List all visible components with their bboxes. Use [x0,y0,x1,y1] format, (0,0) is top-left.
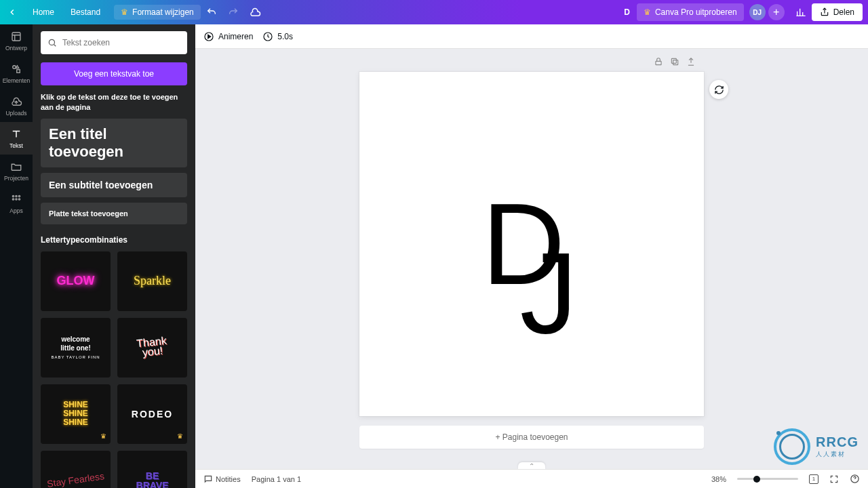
rail-projects[interactable]: Projecten [0,155,33,187]
canvas-stage[interactable]: D J + Pagina toevoegen ⌃ [195,49,868,469]
watermark: RRCG 人人素材 [774,428,859,465]
panel-hint: Klik op de tekst om deze toe te voegen a… [41,92,187,113]
notes-button[interactable]: Notities [203,474,241,484]
animate-button[interactable]: Animeren [203,31,253,42]
svg-point-7 [16,198,17,199]
combo-thankyou[interactable]: Thankyou! [117,318,187,378]
zoom-value: 38% [711,475,726,483]
rail-design[interactable]: Ontwerp [0,24,33,57]
doc-initial: D [624,7,630,17]
notes-icon [203,474,213,484]
add-title-button[interactable]: Een titel toevoegen [41,119,187,167]
page-tray-handle[interactable]: ⌃ [518,462,545,469]
back-button[interactable] [0,7,24,17]
svg-rect-13 [673,60,678,65]
duration-button[interactable]: 5.0s [262,31,293,42]
add-subtitle-button[interactable]: Een subtitel toevoegen [41,173,187,197]
grid-view-button[interactable]: 1 [809,474,818,484]
rail-elements[interactable]: Elementen [0,57,33,89]
insights-button[interactable] [790,0,812,24]
footer-bar: Notities Pagina 1 van 1 38% 1 [195,469,868,488]
add-body-button[interactable]: Platte tekst toevoegen [41,203,187,224]
combo-rodeo[interactable]: RODEO♛ [117,384,187,444]
canvas-page[interactable]: D J [359,72,704,416]
svg-rect-14 [671,58,676,63]
pro-badge-icon: ♛ [100,432,106,440]
page-tools [654,57,696,66]
combo-sparkle[interactable]: Sparkle [117,251,187,311]
home-button[interactable]: Home [24,0,62,24]
page-indicator: Pagina 1 van 1 [252,475,301,483]
zoom-slider[interactable] [737,478,798,480]
search-icon [47,38,57,47]
lock-icon[interactable] [654,57,663,66]
svg-rect-12 [656,61,661,64]
undo-button[interactable] [201,0,222,24]
combo-fearless[interactable]: Stay Fearless [41,451,111,488]
zoom-knob[interactable] [753,476,760,483]
help-button[interactable] [850,474,860,484]
top-bar: Home Bestand ♛ Formaat wijzigen D ♛ Canv… [0,0,868,24]
fullscreen-button[interactable] [829,474,839,484]
resize-button[interactable]: ♛ Formaat wijzigen [114,5,201,20]
pro-badge-icon: ♛ [177,432,183,440]
context-toolbar: Animeren 5.0s [195,24,868,49]
svg-point-3 [12,195,14,197]
svg-rect-2 [17,69,20,73]
crown-icon: ♛ [644,7,651,17]
file-menu[interactable]: Bestand [62,0,108,24]
try-pro-label: Canva Pro uitproberen [655,7,737,17]
crown-icon: ♛ [121,7,128,17]
rail-text[interactable]: Tekst [0,122,33,155]
add-textbox-button[interactable]: Voeg een tekstvak toe [41,62,187,85]
logo-graphic[interactable]: D J [490,186,574,302]
search-input[interactable] [62,38,180,47]
left-rail: Ontwerp Elementen Uploads Tekst Projecte… [0,24,33,488]
share-label: Delen [833,7,854,17]
try-pro-button[interactable]: ♛ Canva Pro uitproberen [637,3,744,21]
logo-letter-j: J [520,235,578,350]
search-box[interactable] [41,31,187,54]
rail-apps[interactable]: Apps [0,187,33,220]
regenerate-button[interactable] [709,80,728,99]
duplicate-icon[interactable] [670,57,679,66]
upload-page-icon[interactable] [686,57,696,66]
clock-icon [262,31,273,42]
combo-welcome[interactable]: welcomelittle one!BABY TAYLOR FINN [41,318,111,378]
svg-point-6 [12,198,14,199]
add-member-button[interactable]: + [768,4,785,20]
font-combos-heading: Lettertypecombinaties [41,235,187,245]
watermark-logo-icon [774,428,810,465]
avatar[interactable]: DJ [749,4,766,20]
add-page-button[interactable]: + Pagina toevoegen [359,426,704,449]
combo-shine[interactable]: SHINESHINESHINE♛ [41,384,111,444]
home-label: Home [33,7,54,17]
resize-label: Formaat wijzigen [132,7,194,17]
combo-glow[interactable]: GLOW [41,251,111,311]
text-panel: Voeg een tekstvak toe Klik op de tekst o… [33,24,195,488]
svg-point-8 [18,198,20,199]
svg-point-9 [49,39,54,45]
font-combo-grid: GLOW Sparkle welcomelittle one!BABY TAYL… [41,251,187,488]
svg-rect-0 [12,33,20,41]
cloud-sync-icon[interactable] [244,0,266,24]
combo-brave[interactable]: BEBRAVE [117,451,187,488]
svg-point-5 [18,195,20,197]
svg-point-4 [16,195,17,197]
animate-icon [203,31,214,42]
share-button[interactable]: Delen [812,3,863,21]
file-label: Bestand [71,7,100,17]
rail-uploads[interactable]: Uploads [0,89,33,122]
redo-button[interactable] [222,0,244,24]
